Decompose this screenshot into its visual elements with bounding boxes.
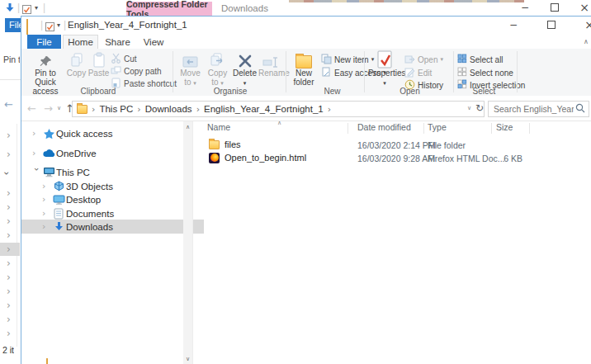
tab-compressed-folder-tools[interactable]: Compressed Folder Tools [126, 2, 212, 16]
sidebar-item-3d-objects[interactable]: › 3D Objects [21, 179, 204, 193]
cut-button[interactable]: Cut [111, 53, 137, 64]
pin-to-quick-access-button[interactable]: Pin to Quickaccess [24, 50, 67, 87]
new-item-button[interactable]: New item ▾ [321, 54, 374, 65]
properties-button[interactable]: Properties▾ [368, 50, 401, 87]
open-button[interactable]: Open ▾ [404, 54, 443, 65]
rename-button[interactable]: Rename [258, 50, 284, 87]
sidebar-scrollbar[interactable]: ∧ ∨ [183, 121, 192, 364]
breadcrumb-chevron-icon[interactable]: › [196, 104, 200, 115]
close-button[interactable]: × [577, 17, 591, 32]
bg-tree-chevron-icon[interactable]: › [7, 230, 11, 240]
breadcrumb-downloads[interactable]: Downloads [145, 104, 192, 114]
chevron-right-icon[interactable]: › [42, 194, 51, 205]
bg-tree-chevron-icon[interactable]: › [7, 300, 11, 310]
chevron-right-icon[interactable]: › [42, 221, 51, 232]
bg-tree-chevron-icon[interactable]: › [7, 202, 11, 212]
file-name-cell[interactable]: Open_to_begin.html [209, 151, 306, 164]
tab-home[interactable]: Home [63, 35, 98, 49]
search-input[interactable] [492, 103, 575, 115]
bg-tree-chevron-icon[interactable]: › [7, 314, 11, 324]
chevron-right-icon[interactable]: › [42, 181, 51, 191]
paste-button[interactable]: Paste [87, 50, 110, 87]
bg-tree-chevron-icon[interactable]: › [7, 286, 11, 296]
move-to-icon [177, 50, 204, 69]
sidebar-item-this-pc[interactable]: › This PC [21, 165, 194, 179]
tab-file[interactable]: File [27, 35, 61, 49]
copy-label: Copy [66, 69, 87, 78]
bg-tree-chevron-icon[interactable]: › [7, 188, 11, 198]
chevron-right-icon[interactable]: › [42, 208, 51, 219]
column-separator[interactable] [348, 123, 348, 134]
sidebar-item-desktop[interactable]: › Desktop [21, 192, 204, 206]
bg-minimize-button[interactable]: − [513, 0, 537, 15]
bg-tree-chevron-icon[interactable]: › [7, 272, 11, 282]
column-header-name[interactable]: Name [207, 122, 230, 132]
bg-tree-chevron-icon[interactable]: › [7, 329, 11, 338]
tab-share[interactable]: Share [100, 35, 135, 49]
bg-tree-chevron-icon[interactable]: › [7, 149, 11, 159]
copy-path-label: Copy path [124, 67, 162, 76]
sidebar-item-documents[interactable]: › Documents [21, 206, 204, 220]
select-all-button[interactable]: Select all [457, 54, 504, 65]
collapse-ribbon-icon[interactable]: ∧ [584, 38, 589, 45]
forward-arrow-icon[interactable]: → [44, 102, 53, 115]
group-separator [173, 51, 173, 92]
breadcrumb-this-pc[interactable]: This PC [99, 104, 133, 114]
chevron-right-icon[interactable]: › [32, 128, 41, 139]
sidebar-label: Downloads [66, 222, 113, 232]
edit-button[interactable]: Edit [404, 67, 432, 78]
sidebar-item-onedrive[interactable]: › OneDrive [21, 146, 194, 160]
breadcrumb-chevron-icon[interactable]: › [137, 104, 140, 115]
pin-label: Pin to Quick [35, 69, 56, 87]
column-header-date-modified[interactable]: Date modified [357, 122, 411, 132]
sidebar-item-downloads[interactable]: › Downloads [21, 220, 204, 234]
bg-tree-chevron-icon[interactable]: › [7, 244, 11, 254]
bg-tree-chevron-icon[interactable]: › [7, 216, 11, 226]
qat-properties-icon[interactable] [45, 20, 54, 35]
qat-dropdown-icon[interactable]: ▾ [35, 4, 38, 12]
file-name-cell[interactable]: files [209, 138, 241, 151]
copy-button[interactable]: Copy [66, 50, 87, 87]
bg-tree-chevron-icon[interactable]: › [7, 258, 11, 268]
column-separator[interactable] [529, 123, 530, 134]
move-to-button[interactable]: Moveto ▾ [177, 50, 204, 87]
bg-maximize-button[interactable] [543, 0, 566, 15]
scroll-up-icon[interactable]: ∧ [183, 121, 192, 133]
maximize-button[interactable] [539, 17, 564, 32]
move-to-label: to [184, 78, 191, 87]
address-bar[interactable]: › This PC › Downloads › English_Year_4_F… [72, 101, 485, 117]
minimize-button[interactable]: − [501, 17, 526, 32]
select-none-button[interactable]: Select none [457, 67, 513, 78]
column-separator[interactable] [491, 123, 492, 134]
column-header-type[interactable]: Type [428, 122, 447, 132]
scroll-down-icon[interactable]: ∨ [183, 353, 192, 364]
sidebar-item-quick-access[interactable]: › Quick access [21, 126, 194, 140]
tab-view[interactable]: View [137, 35, 170, 49]
chevron-right-icon[interactable]: › [32, 148, 41, 158]
column-header-size[interactable]: Size [496, 122, 513, 132]
open-label: Open [418, 55, 437, 64]
new-folder-button[interactable]: Newfolder [289, 50, 319, 87]
copy-to-button[interactable]: Copyto ▾ [205, 50, 230, 87]
search-icon[interactable] [575, 102, 585, 116]
qat-separator: | [43, 2, 45, 13]
sidebar-label: Quick access [56, 129, 112, 139]
copy-path-button[interactable]: Copy path [111, 65, 162, 77]
qat-dropdown-icon[interactable]: ▾ [57, 21, 60, 29]
new-item-icon [321, 54, 332, 66]
breadcrumb-current-folder[interactable]: English_Year_4_Fortnight_1 [204, 104, 324, 114]
chevron-expanded-icon[interactable]: › [31, 168, 42, 177]
search-box[interactable] [488, 101, 589, 117]
refresh-icon[interactable]: ↻ [475, 102, 484, 114]
this-pc-icon [41, 167, 56, 177]
bg-tree-chevron-expanded-icon[interactable]: › [2, 172, 12, 176]
breadcrumb-chevron-icon[interactable]: › [328, 104, 331, 115]
bg-close-button[interactable]: × [573, 0, 591, 15]
titlebar[interactable]: | ▾ | English_Year_4_Fortnight_1 − × [21, 17, 591, 35]
address-dropdown-icon[interactable]: ∨ [467, 105, 471, 111]
column-separator[interactable] [423, 123, 424, 134]
back-arrow-icon[interactable]: ← [27, 102, 36, 115]
bg-tree-chevron-icon[interactable]: › [7, 130, 11, 140]
delete-button[interactable]: Delete▾ [232, 50, 258, 87]
history-dropdown-icon[interactable]: ∨ [57, 105, 61, 111]
